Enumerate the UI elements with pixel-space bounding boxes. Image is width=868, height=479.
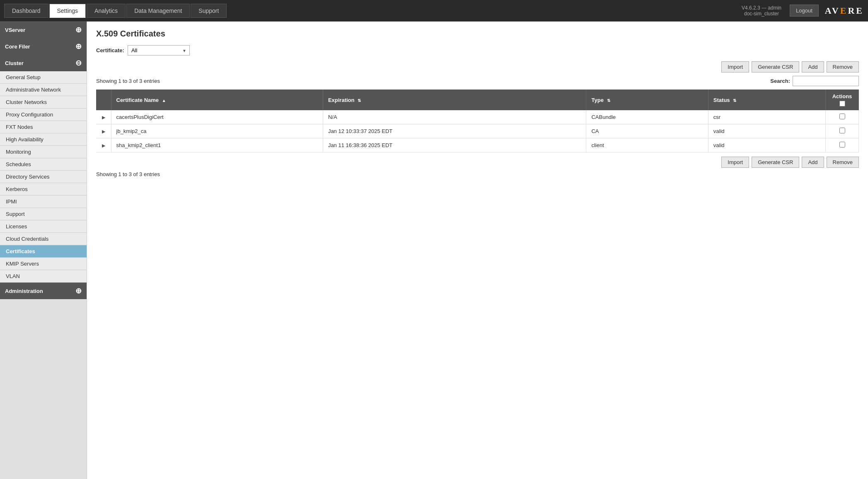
row3-expand-cell[interactable]: ▶ bbox=[96, 138, 111, 152]
row1-expand-cell[interactable]: ▶ bbox=[96, 110, 111, 124]
bottom-action-buttons: Import Generate CSR Add Remove bbox=[96, 157, 859, 168]
sidebar-cluster-label: Cluster bbox=[5, 60, 24, 66]
certificate-filter-wrapper[interactable]: All bbox=[128, 45, 190, 56]
table-row: ▶ cacertsPlusDigiCert N/A CABundle csr bbox=[96, 110, 859, 124]
col-status[interactable]: Status ⇅ bbox=[708, 90, 825, 110]
remove-button-bottom[interactable]: Remove bbox=[827, 157, 859, 168]
search-label: Search: bbox=[770, 78, 790, 84]
certificates-table: Certificate Name ▲ Expiration ⇅ Type ⇅ S… bbox=[96, 90, 859, 152]
remove-button-top[interactable]: Remove bbox=[827, 61, 859, 73]
row1-type: CABundle bbox=[586, 110, 708, 124]
tab-dashboard[interactable]: Dashboard bbox=[4, 4, 48, 18]
row3-expand-button[interactable]: ▶ bbox=[102, 143, 105, 148]
sidebar-item-fxt-nodes[interactable]: FXT Nodes bbox=[0, 121, 87, 133]
expiration-sort-icon: ⇅ bbox=[358, 98, 361, 103]
sidebar-item-high-availability[interactable]: High Availability bbox=[0, 133, 87, 146]
sidebar-item-ipmi[interactable]: IPMI bbox=[0, 196, 87, 208]
add-button-top[interactable]: Add bbox=[802, 61, 824, 73]
sidebar: VServer ⊕ Core Filer ⊕ Cluster ⊖ General… bbox=[0, 22, 87, 479]
row2-expand-button[interactable]: ▶ bbox=[102, 129, 105, 134]
generate-csr-button-bottom[interactable]: Generate CSR bbox=[752, 157, 799, 168]
row1-checkbox[interactable] bbox=[839, 114, 845, 119]
administration-plus-icon: ⊕ bbox=[75, 286, 82, 295]
info-search-row: Showing 1 to 3 of 3 entries Search: bbox=[96, 76, 859, 86]
sidebar-item-certificates[interactable]: Certificates bbox=[0, 245, 87, 258]
cluster-minus-icon: ⊖ bbox=[75, 58, 82, 68]
row2-checkbox[interactable] bbox=[839, 128, 845, 133]
sidebar-item-cloud-credentials[interactable]: Cloud Credentials bbox=[0, 233, 87, 245]
logout-button[interactable]: Logout bbox=[790, 5, 819, 17]
row3-status: valid bbox=[708, 138, 825, 152]
sidebar-item-vlan[interactable]: VLAN bbox=[0, 270, 87, 283]
sidebar-item-cluster-networks[interactable]: Cluster Networks bbox=[0, 96, 87, 109]
search-input[interactable] bbox=[793, 76, 859, 86]
row2-status: valid bbox=[708, 124, 825, 138]
top-action-buttons: Import Generate CSR Add Remove bbox=[96, 61, 859, 73]
row3-expiration: Jan 11 16:38:36 2025 EDT bbox=[323, 138, 586, 152]
certificate-filter-label: Certificate: bbox=[96, 47, 124, 53]
row3-type: client bbox=[586, 138, 708, 152]
sidebar-item-directory-services[interactable]: Directory Services bbox=[0, 171, 87, 183]
sidebar-item-proxy-configuration[interactable]: Proxy Configuration bbox=[0, 109, 87, 121]
row2-expiration: Jan 12 10:33:37 2025 EDT bbox=[323, 124, 586, 138]
col-cert-name[interactable]: Certificate Name ▲ bbox=[111, 90, 323, 110]
row1-status: csr bbox=[708, 110, 825, 124]
tab-data-management[interactable]: Data Management bbox=[126, 4, 190, 18]
sidebar-item-licenses[interactable]: Licenses bbox=[0, 220, 87, 233]
sidebar-item-administrative-network[interactable]: Administrative Network bbox=[0, 84, 87, 96]
col-type[interactable]: Type ⇅ bbox=[586, 90, 708, 110]
row2-cert-name: jb_kmip2_ca bbox=[111, 124, 323, 138]
row3-actions-cell bbox=[826, 138, 859, 152]
type-sort-icon: ⇅ bbox=[607, 98, 610, 103]
avere-logo: AVERE bbox=[825, 5, 864, 16]
nav-tabs: Dashboard Settings Analytics Data Manage… bbox=[4, 4, 733, 18]
sidebar-item-kerberos[interactable]: Kerberos bbox=[0, 183, 87, 196]
content-area: X.509 Certificates Certificate: All Impo… bbox=[87, 22, 868, 479]
search-row: Search: bbox=[770, 76, 859, 86]
cert-name-sort-icon: ▲ bbox=[162, 98, 166, 103]
sidebar-administration-label: Administration bbox=[5, 288, 43, 294]
top-bar: Dashboard Settings Analytics Data Manage… bbox=[0, 0, 868, 22]
sidebar-section-administration[interactable]: Administration ⊕ bbox=[0, 283, 87, 299]
row1-cert-name: cacertsPlusDigiCert bbox=[111, 110, 323, 124]
import-button-bottom[interactable]: Import bbox=[721, 157, 749, 168]
row2-type: CA bbox=[586, 124, 708, 138]
cluster-info: V4.6.2.3 --- admin doc-sim_cluster bbox=[742, 5, 781, 17]
row3-cert-name: sha_kmip2_client1 bbox=[111, 138, 323, 152]
main-layout: VServer ⊕ Core Filer ⊕ Cluster ⊖ General… bbox=[0, 22, 868, 479]
version-text: V4.6.2.3 --- admin bbox=[742, 5, 781, 11]
col-expand bbox=[96, 90, 111, 110]
table-row: ▶ sha_kmip2_client1 Jan 11 16:38:36 2025… bbox=[96, 138, 859, 152]
row2-actions-cell bbox=[826, 124, 859, 138]
sidebar-section-vserver[interactable]: VServer ⊕ bbox=[0, 22, 87, 38]
sidebar-section-corefiler[interactable]: Core Filer ⊕ bbox=[0, 38, 87, 55]
filter-row: Certificate: All bbox=[96, 45, 859, 56]
sidebar-item-support[interactable]: Support bbox=[0, 208, 87, 220]
row3-checkbox[interactable] bbox=[839, 142, 845, 148]
sidebar-item-kmip-servers[interactable]: KMIP Servers bbox=[0, 258, 87, 270]
add-button-bottom[interactable]: Add bbox=[802, 157, 824, 168]
row1-expiration: N/A bbox=[323, 110, 586, 124]
corefiler-plus-icon: ⊕ bbox=[75, 42, 82, 51]
row1-expand-button[interactable]: ▶ bbox=[102, 115, 105, 120]
tab-support[interactable]: Support bbox=[191, 4, 227, 18]
table-header-row: Certificate Name ▲ Expiration ⇅ Type ⇅ S… bbox=[96, 90, 859, 110]
col-expiration[interactable]: Expiration ⇅ bbox=[323, 90, 586, 110]
table-row: ▶ jb_kmip2_ca Jan 12 10:33:37 2025 EDT C… bbox=[96, 124, 859, 138]
row2-expand-cell[interactable]: ▶ bbox=[96, 124, 111, 138]
status-sort-icon: ⇅ bbox=[733, 98, 736, 103]
import-button-top[interactable]: Import bbox=[721, 61, 749, 73]
sidebar-section-cluster[interactable]: Cluster ⊖ bbox=[0, 55, 87, 71]
tab-analytics[interactable]: Analytics bbox=[87, 4, 126, 18]
col-actions: Actions bbox=[826, 90, 859, 110]
certificate-filter-select[interactable]: All bbox=[128, 45, 190, 56]
sidebar-item-monitoring[interactable]: Monitoring bbox=[0, 146, 87, 158]
select-all-checkbox[interactable] bbox=[839, 101, 845, 106]
sidebar-corefiler-label: Core Filer bbox=[5, 44, 30, 50]
sidebar-item-schedules[interactable]: Schedules bbox=[0, 158, 87, 171]
tab-settings[interactable]: Settings bbox=[49, 4, 86, 18]
generate-csr-button-top[interactable]: Generate CSR bbox=[752, 61, 799, 73]
entries-info-bottom: Showing 1 to 3 of 3 entries bbox=[96, 171, 859, 177]
sidebar-item-general-setup[interactable]: General Setup bbox=[0, 71, 87, 84]
entries-info-top: Showing 1 to 3 of 3 entries bbox=[96, 78, 160, 84]
